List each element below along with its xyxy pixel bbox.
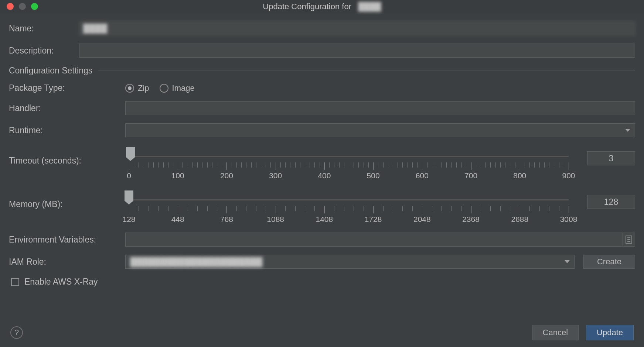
create-button-label: Create <box>597 257 621 267</box>
radio-icon <box>160 84 168 93</box>
iam-role-row: IAM Role: ██████████████████████ Create <box>9 255 635 269</box>
slider-tick-label: 1728 <box>365 215 382 224</box>
help-icon: ? <box>14 328 19 337</box>
slider-tick-label: 700 <box>464 171 477 180</box>
window-title-prefix: Update Configuration for <box>263 2 351 11</box>
package-type-image-label: Image <box>172 83 195 93</box>
slider-tick-label: 128 <box>122 215 135 224</box>
slider-tick-label: 500 <box>367 171 380 180</box>
update-button-label: Update <box>597 328 623 337</box>
chevron-down-icon <box>565 260 570 263</box>
slider-tick-label: 400 <box>318 171 331 180</box>
description-label: Description: <box>9 46 79 56</box>
name-label: Name: <box>9 24 79 34</box>
slider-tick-label: 2048 <box>413 215 431 224</box>
slider-tick-label: 900 <box>562 171 575 180</box>
package-type-row: Package Type: Zip Image <box>9 83 635 93</box>
runtime-row: Runtime: <box>9 123 635 137</box>
section-rule <box>98 71 635 71</box>
config-section-header: Configuration Settings <box>9 66 635 76</box>
slider-tick-label: 2368 <box>462 215 480 224</box>
runtime-label: Runtime: <box>9 126 125 135</box>
runtime-select[interactable] <box>125 123 635 137</box>
env-vars-edit-button[interactable] <box>623 233 635 247</box>
slider-tick-label: 300 <box>269 171 282 180</box>
chevron-down-icon <box>625 129 630 132</box>
xray-checkbox[interactable] <box>11 278 19 286</box>
package-type-label: Package Type: <box>9 83 125 93</box>
window-title-name: ████ <box>358 2 381 11</box>
list-icon <box>626 236 632 244</box>
env-vars-label: Environment Variables: <box>9 235 125 245</box>
xray-row[interactable]: Enable AWS X-Ray <box>11 277 635 287</box>
package-type-zip-radio[interactable]: Zip <box>125 83 149 93</box>
memory-value-input[interactable]: 128 <box>587 195 635 209</box>
slider-tick-label: 600 <box>416 171 429 180</box>
env-vars-row: Environment Variables: <box>9 233 635 247</box>
iam-role-select[interactable]: ██████████████████████ <box>125 255 575 269</box>
name-row: Name: <box>9 21 635 35</box>
memory-slider[interactable]: 1284487681088140817282048236826883008 <box>125 189 572 224</box>
radio-icon <box>125 84 134 93</box>
config-section-title: Configuration Settings <box>9 66 98 76</box>
slider-tick-label: 800 <box>513 171 526 180</box>
timeout-row: Timeout (seconds): 010020030040050060070… <box>9 145 635 180</box>
help-button[interactable]: ? <box>10 326 23 339</box>
description-row: Description: <box>9 44 635 58</box>
slider-tick-label: 3008 <box>560 215 577 224</box>
slider-tick-label: 200 <box>220 171 233 180</box>
name-input[interactable] <box>79 21 635 35</box>
timeout-value-input[interactable]: 3 <box>587 151 635 165</box>
dialog-footer: ? Cancel Update <box>0 318 644 347</box>
slider-tick-label: 1088 <box>267 215 284 224</box>
slider-tick-label: 0 <box>127 171 131 180</box>
update-button[interactable]: Update <box>586 325 634 340</box>
slider-tick-label: 768 <box>220 215 233 224</box>
memory-label: Memory (MB): <box>9 189 125 209</box>
slider-tick-label: 100 <box>171 171 184 180</box>
timeout-slider[interactable]: 0100200300400500600700800900 <box>125 145 572 180</box>
iam-role-create-button[interactable]: Create <box>583 255 635 269</box>
slider-tick-label: 1408 <box>316 215 333 224</box>
iam-role-label: IAM Role: <box>9 257 125 267</box>
cancel-button-label: Cancel <box>543 328 568 337</box>
timeout-slider-thumb[interactable] <box>126 147 135 157</box>
description-input[interactable] <box>79 44 635 58</box>
timeout-label: Timeout (seconds): <box>9 145 125 166</box>
titlebar: Update Configuration for ████ <box>0 0 644 13</box>
memory-slider-thumb[interactable] <box>125 190 133 201</box>
memory-row: Memory (MB): 128448768108814081728204823… <box>9 189 635 224</box>
handler-input[interactable] <box>125 101 635 115</box>
window-title: Update Configuration for ████ <box>0 2 644 11</box>
env-vars-input[interactable] <box>125 233 623 247</box>
slider-tick-label: 2688 <box>511 215 528 224</box>
package-type-image-radio[interactable]: Image <box>160 83 195 93</box>
package-type-zip-label: Zip <box>138 83 149 93</box>
slider-tick-label: 448 <box>171 215 184 224</box>
dialog-content: Name: Description: Configuration Setting… <box>0 13 644 292</box>
handler-label: Handler: <box>9 103 125 113</box>
iam-role-selected-value: ██████████████████████ <box>130 257 263 267</box>
handler-row: Handler: <box>9 101 635 115</box>
xray-label: Enable AWS X-Ray <box>24 277 98 287</box>
cancel-button[interactable]: Cancel <box>532 325 579 340</box>
package-type-radio-group: Zip Image <box>125 83 635 93</box>
